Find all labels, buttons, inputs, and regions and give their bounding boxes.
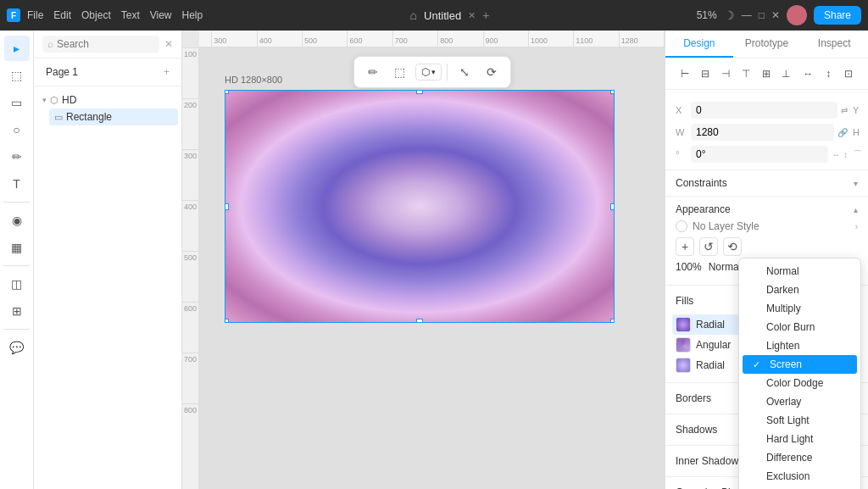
handle-bottom-left[interactable] — [225, 319, 229, 323]
top-bar: F File Edit Object Text View Help ⌂ Unti… — [0, 0, 868, 31]
flip-v-icon[interactable]: ↕ — [843, 150, 848, 159]
menu-text[interactable]: Text — [121, 9, 140, 21]
tool-text[interactable]: T — [4, 171, 30, 197]
handle-top-left[interactable] — [225, 90, 229, 94]
blend-option-lighten[interactable]: Lighten — [739, 336, 860, 355]
handle-top-mid[interactable] — [416, 90, 423, 94]
blend-option-darken[interactable]: Darken — [739, 281, 860, 299]
appearance-header: Appearance ▴ — [676, 203, 858, 215]
constraints-header[interactable]: Constraints ▾ — [676, 177, 858, 189]
blend-option-normal[interactable]: Normal — [739, 262, 860, 281]
toolbar-frame-icon[interactable]: ⬚ — [388, 60, 412, 84]
style-arrow[interactable]: › — [855, 222, 858, 231]
x-input[interactable] — [691, 102, 837, 119]
rect-icon: ▭ — [54, 112, 63, 123]
tab-close[interactable]: ✕ — [468, 10, 476, 21]
add-style-btn[interactable]: + — [676, 237, 694, 256]
flip-h-icon[interactable]: ↔ — [832, 150, 840, 159]
folder-icon: ⬡ — [50, 95, 58, 106]
tool-select[interactable]: ▸ — [4, 36, 30, 61]
share-button[interactable]: Share — [814, 6, 861, 25]
coord-r: ° ↔ ↕ — [676, 146, 848, 163]
blend-option-color-burn[interactable]: Color Burn — [739, 318, 860, 336]
toolbar-rotate-icon[interactable]: ⟳ — [480, 60, 504, 84]
tidy-icon[interactable]: ⊡ — [839, 64, 858, 84]
search-box[interactable]: ⌕ — [42, 36, 159, 53]
canvas-area[interactable]: ✏ ⬚ ⬡ ▾ ⤡ ⟳ HD 1280×800 — [199, 47, 665, 489]
tab-design[interactable]: Design — [665, 31, 733, 58]
zoom-level[interactable]: 51% — [697, 9, 717, 21]
layer-expand-icon: ▾ — [42, 96, 47, 104]
new-tab[interactable]: + — [482, 8, 489, 22]
blend-option-hard-light[interactable]: Hard Light — [739, 430, 860, 448]
blend-option-difference[interactable]: Difference — [739, 448, 860, 467]
handle-left-mid[interactable] — [225, 203, 229, 210]
search-input[interactable] — [57, 38, 154, 50]
toolbar-pen-icon[interactable]: ✏ — [361, 60, 385, 84]
blend-option-multiply[interactable]: Multiply — [739, 299, 860, 318]
moon-icon[interactable]: ☽ — [724, 8, 735, 22]
tool-boolean[interactable]: ⊞ — [4, 298, 30, 324]
align-top-icon[interactable]: ⊤ — [737, 64, 755, 84]
opacity-value[interactable]: 100% — [676, 261, 702, 273]
align-left-icon[interactable]: ⊢ — [676, 64, 694, 84]
align-bottom-icon[interactable]: ⊥ — [776, 64, 795, 84]
menu-file[interactable]: File — [27, 9, 43, 21]
close-icon[interactable]: ✕ — [771, 9, 780, 21]
menu-view[interactable]: View — [150, 9, 172, 21]
page-1-item[interactable]: Page 1 + — [42, 64, 173, 81]
close-search-icon[interactable]: ✕ — [164, 38, 173, 50]
tool-grid[interactable]: ▦ — [4, 235, 30, 260]
tool-component[interactable]: ◉ — [4, 208, 30, 233]
x-link-icon[interactable]: ⇄ — [841, 106, 848, 115]
blend-option-color-dodge[interactable]: Color Dodge — [739, 374, 860, 392]
tool-ellipse[interactable]: ○ — [4, 117, 30, 142]
canvas-image[interactable] — [225, 90, 615, 323]
tool-mask[interactable]: ◫ — [4, 271, 30, 297]
distribute-h-icon[interactable]: ↔ — [798, 64, 817, 84]
appearance-collapse-icon[interactable]: ▴ — [854, 205, 858, 214]
menu-help[interactable]: Help — [182, 9, 203, 21]
toolbar-resize-icon[interactable]: ⤡ — [453, 60, 476, 84]
distribute-v-icon[interactable]: ↕ — [819, 64, 837, 84]
layer-hd[interactable]: ▾ ⬡ HD — [37, 92, 178, 108]
r-input[interactable] — [691, 146, 828, 163]
blend-option-screen[interactable]: ✓ Screen — [743, 355, 857, 374]
vertical-ruler: 100 200 300 400 500 600 700 800 — [182, 47, 199, 489]
blend-option-overlay[interactable]: Overlay — [739, 392, 860, 411]
handle-top-right[interactable] — [610, 90, 615, 94]
maximize-icon[interactable]: □ — [759, 9, 765, 21]
detach-btn[interactable]: ⟲ — [723, 237, 742, 256]
blend-option-soft-light[interactable]: Soft Light — [739, 411, 860, 430]
lock-ratio-icon[interactable]: 🔗 — [837, 128, 848, 137]
menu-edit[interactable]: Edit — [53, 9, 71, 21]
home-icon[interactable]: ⌂ — [410, 8, 417, 22]
tool-frame[interactable]: ⬚ — [4, 63, 30, 88]
blend-option-hue[interactable]: Hue — [739, 486, 860, 489]
tab-inspect[interactable]: Inspect — [800, 31, 868, 58]
menu-object[interactable]: Object — [81, 9, 111, 21]
w-input[interactable] — [691, 124, 834, 141]
tool-pen[interactable]: ✏ — [4, 144, 30, 169]
add-page-icon[interactable]: + — [164, 66, 170, 78]
handle-bottom-mid[interactable] — [416, 319, 423, 323]
ruler-v-mark: 700 — [182, 353, 198, 403]
reset-btn[interactable]: ↺ — [699, 237, 718, 256]
align-right-icon[interactable]: ⊣ — [716, 64, 735, 84]
blend-mode-dropdown[interactable]: Normal Darken Multiply Color Burn Lighte… — [738, 258, 861, 489]
layer-rectangle[interactable]: ▭ Rectangle — [49, 108, 178, 125]
handle-bottom-right[interactable] — [610, 319, 615, 323]
minimize-icon[interactable]: — — [742, 9, 752, 21]
tab-prototype[interactable]: Prototype — [733, 31, 801, 58]
align-center-v-icon[interactable]: ⊞ — [757, 64, 776, 84]
align-center-h-icon[interactable]: ⊟ — [696, 64, 715, 84]
blend-mode-value[interactable]: Normal — [709, 261, 742, 273]
blend-label-color-dodge: Color Dodge — [766, 377, 823, 389]
fill-color-radial — [676, 317, 691, 332]
handle-right-mid[interactable] — [610, 203, 615, 210]
toolbar-dropdown[interactable]: ⬡ ▾ — [415, 64, 442, 81]
tool-comment[interactable]: 💬 — [4, 335, 30, 360]
tool-rect[interactable]: ▭ — [4, 90, 30, 115]
ruler-v-mark: 100 — [182, 47, 198, 98]
blend-option-exclusion[interactable]: Exclusion — [739, 467, 860, 486]
